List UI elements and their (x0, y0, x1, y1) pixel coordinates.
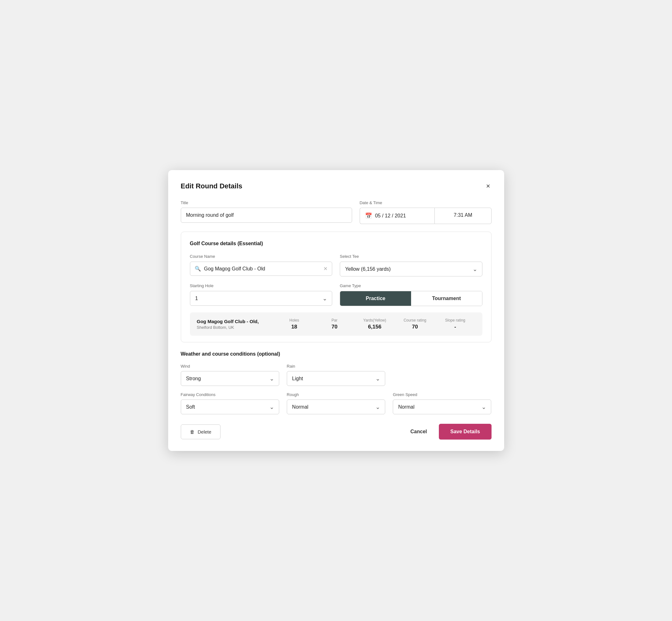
weather-section: Weather and course conditions (optional)… (181, 351, 492, 414)
date-box[interactable]: 📅 05 / 12 / 2021 (360, 208, 435, 224)
rain-wrap: NoneLightModerateHeavy ⌄ (287, 371, 385, 386)
par-label: Par (317, 318, 352, 323)
course-rating-stat: Course rating 70 (395, 318, 435, 330)
close-button[interactable]: × (485, 181, 492, 191)
fairway-label: Fairway Conditions (181, 392, 279, 397)
rough-wrap: NormalThickVery Thick ⌄ (287, 400, 385, 414)
title-datetime-row: Title Date & Time 📅 05 / 12 / 2021 7:31 … (181, 200, 492, 224)
tournament-button[interactable]: Tournament (411, 291, 482, 306)
save-button[interactable]: Save Details (439, 424, 491, 440)
datetime-group: Date & Time 📅 05 / 12 / 2021 7:31 AM (360, 200, 492, 224)
select-tee-wrap: Yellow (6,156 yards) White Red Blue ⌄ (340, 261, 482, 277)
wind-dropdown[interactable]: NoneLightModerateStrongVery Strong (181, 371, 279, 386)
wind-wrap: NoneLightModerateStrongVery Strong ⌄ (181, 371, 279, 386)
rain-dropdown[interactable]: NoneLightModerateHeavy (287, 371, 385, 386)
date-value: 05 / 12 / 2021 (375, 213, 406, 219)
golf-section-title: Golf Course details (Essential) (190, 241, 482, 246)
wind-label: Wind (181, 364, 279, 369)
rough-group: Rough NormalThickVery Thick ⌄ (287, 392, 385, 414)
wind-rain-row: Wind NoneLightModerateStrongVery Strong … (181, 364, 492, 386)
starting-hole-group: Starting Hole 1234 5678 910 ⌄ (190, 283, 333, 306)
modal-header: Edit Round Details × (181, 181, 492, 191)
course-name-label: Course Name (190, 254, 215, 259)
course-info-name: Gog Magog Golf Club - Old, (197, 319, 274, 324)
course-tee-row: Course Name 🔍 ✕ Select Tee Yellow (6,156… (190, 253, 482, 277)
delete-button[interactable]: 🗑 Delete (181, 424, 220, 439)
course-info-location: Shelford Bottom, UK (197, 325, 274, 330)
game-type-label: Game Type (340, 283, 361, 288)
wind-group: Wind NoneLightModerateStrongVery Strong … (181, 364, 279, 386)
green-speed-group: Green Speed SlowNormalFastVery Fast ⌄ (393, 392, 491, 414)
fairway-rough-green-row: Fairway Conditions SoftNormalHardVery Ha… (181, 392, 492, 414)
slope-rating-value: - (437, 324, 473, 330)
course-info-name-group: Gog Magog Golf Club - Old, Shelford Bott… (197, 319, 274, 330)
slope-rating-stat: Slope rating - (435, 318, 475, 330)
title-label: Title (181, 200, 352, 205)
weather-section-title: Weather and course conditions (optional) (181, 351, 492, 357)
par-value: 70 (317, 324, 352, 330)
green-speed-wrap: SlowNormalFastVery Fast ⌄ (393, 400, 491, 414)
starting-hole-label: Starting Hole (190, 283, 214, 288)
slope-rating-label: Slope rating (437, 318, 473, 323)
rain-group: Rain NoneLightModerateHeavy ⌄ (287, 364, 385, 386)
rain-label: Rain (287, 364, 385, 369)
holes-label: Holes (277, 318, 312, 323)
datetime-label: Date & Time (360, 200, 492, 205)
title-input[interactable] (181, 208, 352, 223)
course-name-group: Course Name 🔍 ✕ (190, 253, 333, 277)
holes-value: 18 (277, 324, 312, 330)
clear-icon[interactable]: ✕ (323, 266, 328, 272)
trash-icon: 🗑 (190, 429, 195, 434)
select-tee-group: Select Tee Yellow (6,156 yards) White Re… (340, 253, 482, 277)
golf-course-section: Golf Course details (Essential) Course N… (181, 232, 492, 342)
calendar-icon: 📅 (365, 212, 372, 219)
yards-label: Yards(Yellow) (357, 318, 392, 323)
fairway-group: Fairway Conditions SoftNormalHardVery Ha… (181, 392, 279, 414)
fairway-wrap: SoftNormalHardVery Hard ⌄ (181, 400, 279, 414)
course-rating-value: 70 (397, 324, 432, 330)
course-name-input-wrap[interactable]: 🔍 ✕ (190, 261, 333, 276)
footer-row: 🗑 Delete Cancel Save Details (181, 421, 492, 440)
modal-title: Edit Round Details (181, 182, 243, 190)
title-group: Title (181, 200, 352, 223)
par-stat: Par 70 (314, 318, 354, 330)
hole-gametype-row: Starting Hole 1234 5678 910 ⌄ Game Type … (190, 283, 482, 306)
time-box[interactable]: 7:31 AM (434, 208, 491, 224)
rough-dropdown[interactable]: NormalThickVery Thick (287, 400, 385, 414)
course-rating-label: Course rating (397, 318, 432, 323)
select-tee-dropdown[interactable]: Yellow (6,156 yards) White Red Blue (340, 261, 482, 277)
starting-hole-wrap: 1234 5678 910 ⌄ (190, 291, 333, 306)
game-type-group: Game Type Practice Tournament (340, 283, 482, 306)
starting-hole-dropdown[interactable]: 1234 5678 910 (190, 291, 333, 306)
practice-button[interactable]: Practice (340, 291, 411, 306)
yards-value: 6,156 (357, 324, 392, 330)
cancel-button[interactable]: Cancel (407, 425, 430, 438)
edit-round-modal: Edit Round Details × Title Date & Time 📅… (168, 170, 504, 451)
game-type-toggle: Practice Tournament (340, 291, 482, 306)
datetime-row: 📅 05 / 12 / 2021 7:31 AM (360, 208, 492, 224)
yards-stat: Yards(Yellow) 6,156 (354, 318, 395, 330)
course-info-bar: Gog Magog Golf Club - Old, Shelford Bott… (190, 313, 482, 336)
green-speed-dropdown[interactable]: SlowNormalFastVery Fast (393, 400, 491, 414)
green-speed-label: Green Speed (393, 392, 491, 397)
search-icon: 🔍 (195, 266, 201, 272)
footer-right: Cancel Save Details (407, 424, 492, 440)
rough-label: Rough (287, 392, 385, 397)
course-name-input[interactable] (204, 266, 321, 272)
fairway-dropdown[interactable]: SoftNormalHardVery Hard (181, 400, 279, 414)
holes-stat: Holes 18 (274, 318, 314, 330)
delete-label: Delete (198, 429, 211, 434)
select-tee-label: Select Tee (340, 254, 359, 259)
time-value: 7:31 AM (454, 212, 472, 218)
